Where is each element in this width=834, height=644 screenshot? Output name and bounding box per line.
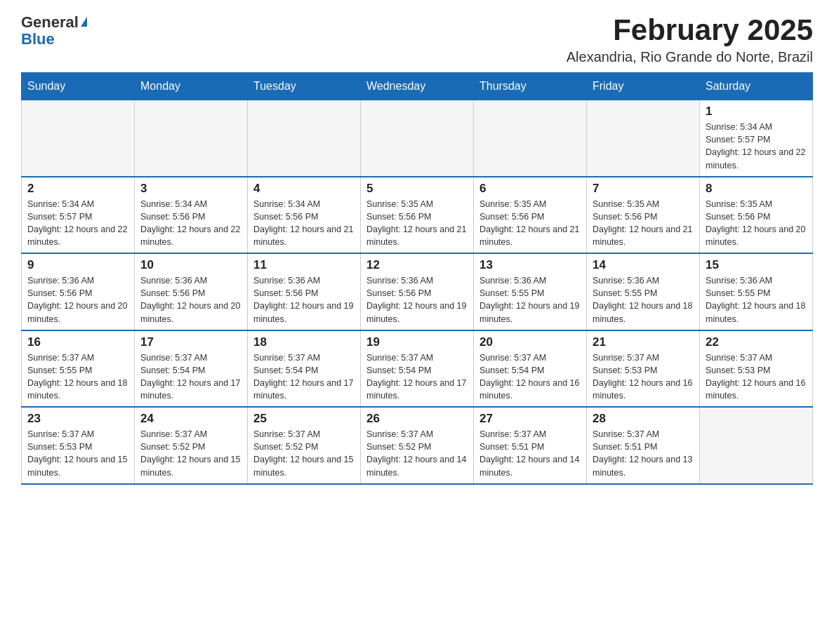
day-number: 8 <box>706 182 807 196</box>
weekday-header-thursday: Thursday <box>474 73 587 100</box>
day-info: Sunrise: 5:36 AMSunset: 5:55 PMDaylight:… <box>706 274 807 326</box>
day-info: Sunrise: 5:34 AMSunset: 5:56 PMDaylight:… <box>253 198 355 249</box>
weekday-header-sunday: Sunday <box>22 73 135 100</box>
day-number: 15 <box>706 258 807 272</box>
day-number: 13 <box>479 258 581 272</box>
calendar-cell: 3Sunrise: 5:34 AMSunset: 5:56 PMDaylight… <box>135 177 248 254</box>
day-number: 22 <box>706 335 807 349</box>
day-info: Sunrise: 5:36 AMSunset: 5:55 PMDaylight:… <box>479 274 581 326</box>
weekday-header-wednesday: Wednesday <box>361 73 474 100</box>
day-info: Sunrise: 5:37 AMSunset: 5:55 PMDaylight:… <box>27 351 128 403</box>
day-number: 1 <box>706 105 807 119</box>
calendar-cell <box>700 407 813 484</box>
day-info: Sunrise: 5:37 AMSunset: 5:52 PMDaylight:… <box>253 428 355 479</box>
calendar-cell <box>587 100 700 177</box>
calendar-cell: 5Sunrise: 5:35 AMSunset: 5:56 PMDaylight… <box>361 177 474 254</box>
day-info: Sunrise: 5:37 AMSunset: 5:51 PMDaylight:… <box>593 428 694 479</box>
day-info: Sunrise: 5:37 AMSunset: 5:54 PMDaylight:… <box>140 351 241 403</box>
calendar-cell: 8Sunrise: 5:35 AMSunset: 5:56 PMDaylight… <box>700 177 813 254</box>
day-number: 11 <box>253 258 355 272</box>
calendar-cell: 27Sunrise: 5:37 AMSunset: 5:51 PMDayligh… <box>474 407 587 484</box>
day-number: 5 <box>366 182 468 196</box>
logo-general-text: General <box>21 14 79 31</box>
day-number: 14 <box>593 258 694 272</box>
weekday-row: SundayMondayTuesdayWednesdayThursdayFrid… <box>22 73 813 100</box>
calendar-cell: 12Sunrise: 5:36 AMSunset: 5:56 PMDayligh… <box>361 253 474 330</box>
location-title: Alexandria, Rio Grande do Norte, Brazil <box>567 49 813 65</box>
day-number: 24 <box>140 412 241 426</box>
calendar-cell: 22Sunrise: 5:37 AMSunset: 5:53 PMDayligh… <box>700 330 813 408</box>
weekday-header-tuesday: Tuesday <box>248 73 361 100</box>
calendar-cell <box>361 100 474 177</box>
weekday-header-friday: Friday <box>587 73 700 100</box>
calendar-cell: 1Sunrise: 5:34 AMSunset: 5:57 PMDaylight… <box>700 100 813 177</box>
calendar-cell: 20Sunrise: 5:37 AMSunset: 5:54 PMDayligh… <box>474 330 587 408</box>
calendar-table: SundayMondayTuesdayWednesdayThursdayFrid… <box>21 72 813 485</box>
day-info: Sunrise: 5:37 AMSunset: 5:52 PMDaylight:… <box>140 428 241 479</box>
calendar-cell: 23Sunrise: 5:37 AMSunset: 5:53 PMDayligh… <box>22 407 135 484</box>
day-number: 27 <box>479 412 581 426</box>
day-number: 19 <box>366 335 468 349</box>
day-number: 2 <box>27 182 128 196</box>
calendar-cell: 9Sunrise: 5:36 AMSunset: 5:56 PMDaylight… <box>22 253 135 330</box>
day-info: Sunrise: 5:34 AMSunset: 5:57 PMDaylight:… <box>706 121 807 172</box>
weekday-header-saturday: Saturday <box>700 73 813 100</box>
day-info: Sunrise: 5:36 AMSunset: 5:56 PMDaylight:… <box>253 274 355 326</box>
day-number: 9 <box>27 258 128 272</box>
day-info: Sunrise: 5:37 AMSunset: 5:54 PMDaylight:… <box>479 351 581 403</box>
day-info: Sunrise: 5:37 AMSunset: 5:53 PMDaylight:… <box>593 351 694 403</box>
calendar-week-row: 1Sunrise: 5:34 AMSunset: 5:57 PMDaylight… <box>22 100 813 177</box>
day-number: 21 <box>593 335 694 349</box>
title-block: February 2025 Alexandria, Rio Grande do … <box>567 14 813 65</box>
calendar-cell: 17Sunrise: 5:37 AMSunset: 5:54 PMDayligh… <box>135 330 248 408</box>
calendar-cell: 21Sunrise: 5:37 AMSunset: 5:53 PMDayligh… <box>587 330 700 408</box>
calendar-cell <box>248 100 361 177</box>
weekday-header-monday: Monday <box>135 73 248 100</box>
day-info: Sunrise: 5:35 AMSunset: 5:56 PMDaylight:… <box>366 198 468 249</box>
day-number: 7 <box>593 182 694 196</box>
day-info: Sunrise: 5:35 AMSunset: 5:56 PMDaylight:… <box>479 198 581 249</box>
calendar-cell: 7Sunrise: 5:35 AMSunset: 5:56 PMDaylight… <box>587 177 700 254</box>
day-info: Sunrise: 5:37 AMSunset: 5:53 PMDaylight:… <box>27 428 128 479</box>
calendar-cell: 28Sunrise: 5:37 AMSunset: 5:51 PMDayligh… <box>587 407 700 484</box>
day-info: Sunrise: 5:34 AMSunset: 5:56 PMDaylight:… <box>140 198 241 249</box>
calendar-cell: 13Sunrise: 5:36 AMSunset: 5:55 PMDayligh… <box>474 253 587 330</box>
calendar-cell <box>135 100 248 177</box>
logo: General Blue <box>21 14 87 48</box>
calendar-cell: 10Sunrise: 5:36 AMSunset: 5:56 PMDayligh… <box>135 253 248 330</box>
calendar-week-row: 2Sunrise: 5:34 AMSunset: 5:57 PMDaylight… <box>22 177 813 254</box>
calendar-body: 1Sunrise: 5:34 AMSunset: 5:57 PMDaylight… <box>22 100 813 484</box>
page-header: General Blue February 2025 Alexandria, R… <box>21 14 813 65</box>
day-info: Sunrise: 5:36 AMSunset: 5:56 PMDaylight:… <box>27 274 128 326</box>
day-number: 12 <box>366 258 468 272</box>
day-info: Sunrise: 5:36 AMSunset: 5:55 PMDaylight:… <box>593 274 694 326</box>
day-number: 20 <box>479 335 581 349</box>
day-info: Sunrise: 5:37 AMSunset: 5:54 PMDaylight:… <box>366 351 468 403</box>
month-title: February 2025 <box>567 14 813 46</box>
day-number: 17 <box>140 335 241 349</box>
day-info: Sunrise: 5:34 AMSunset: 5:57 PMDaylight:… <box>27 198 128 249</box>
day-number: 4 <box>253 182 355 196</box>
day-number: 16 <box>27 335 128 349</box>
day-number: 28 <box>593 412 694 426</box>
calendar-cell: 4Sunrise: 5:34 AMSunset: 5:56 PMDaylight… <box>248 177 361 254</box>
day-number: 25 <box>253 412 355 426</box>
calendar-cell: 14Sunrise: 5:36 AMSunset: 5:55 PMDayligh… <box>587 253 700 330</box>
day-number: 6 <box>479 182 581 196</box>
calendar-cell: 15Sunrise: 5:36 AMSunset: 5:55 PMDayligh… <box>700 253 813 330</box>
calendar-cell <box>474 100 587 177</box>
day-number: 18 <box>253 335 355 349</box>
calendar-week-row: 23Sunrise: 5:37 AMSunset: 5:53 PMDayligh… <box>22 407 813 484</box>
day-info: Sunrise: 5:37 AMSunset: 5:51 PMDaylight:… <box>479 428 581 479</box>
calendar-header: SundayMondayTuesdayWednesdayThursdayFrid… <box>22 73 813 100</box>
calendar-cell: 26Sunrise: 5:37 AMSunset: 5:52 PMDayligh… <box>361 407 474 484</box>
day-info: Sunrise: 5:35 AMSunset: 5:56 PMDaylight:… <box>706 198 807 249</box>
calendar-cell: 11Sunrise: 5:36 AMSunset: 5:56 PMDayligh… <box>248 253 361 330</box>
day-info: Sunrise: 5:36 AMSunset: 5:56 PMDaylight:… <box>140 274 241 326</box>
day-number: 23 <box>27 412 128 426</box>
calendar-cell: 18Sunrise: 5:37 AMSunset: 5:54 PMDayligh… <box>248 330 361 408</box>
calendar-cell: 19Sunrise: 5:37 AMSunset: 5:54 PMDayligh… <box>361 330 474 408</box>
calendar-cell: 16Sunrise: 5:37 AMSunset: 5:55 PMDayligh… <box>22 330 135 408</box>
day-info: Sunrise: 5:35 AMSunset: 5:56 PMDaylight:… <box>593 198 694 249</box>
logo-blue-text: Blue <box>21 31 55 48</box>
